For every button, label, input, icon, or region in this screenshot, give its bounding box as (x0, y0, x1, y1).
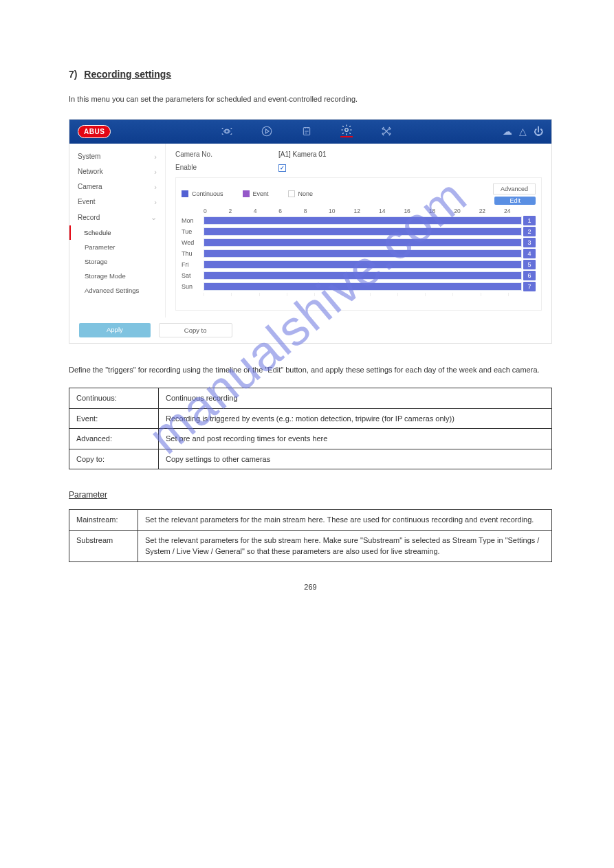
t2-r2c2: Set the relevant parameters for the sub … (138, 530, 552, 561)
t1-r2c1: Event: (69, 408, 159, 429)
sidebar-sub-parameter[interactable]: Parameter (69, 240, 165, 254)
header-status-icons: ☁ △ ⏻ (503, 126, 543, 137)
app-header: ABUS ☁ △ ⏻ (69, 120, 551, 144)
edit-button[interactable]: Edit (494, 197, 536, 205)
sidebar-sub-storage-mode[interactable]: Storage Mode (69, 269, 165, 283)
schedule-row-wed[interactable]: Wed3 (182, 238, 536, 247)
enable-checkbox[interactable]: ✓ (278, 164, 286, 172)
legend-event[interactable]: Event (243, 190, 269, 197)
page-number: 269 (69, 583, 552, 591)
sidebar-sub-schedule[interactable]: Schedule (69, 225, 165, 240)
triggers-table: Continuous:Continuous recording Event:Re… (69, 388, 552, 469)
sidebar-item-record[interactable]: Record (69, 210, 165, 225)
t2-r1c1: Mainstream: (69, 510, 138, 531)
t1-r4c2: Copy settings to other cameras (159, 449, 552, 469)
t2-r2c1: Substream (69, 530, 138, 561)
paragraph-1: Define the "triggers" for recording usin… (69, 364, 552, 376)
apply-button[interactable]: Apply (79, 323, 151, 337)
t1-r2c2: Recording is triggered by events (e.g.: … (159, 408, 552, 429)
advanced-button[interactable]: Advanced (493, 183, 536, 194)
cloud-icon[interactable]: ☁ (503, 126, 512, 137)
intro-paragraph: In this menu you can set the parameters … (69, 93, 552, 105)
legend-continuous[interactable]: Continuous (182, 190, 223, 197)
power-icon[interactable]: ⏻ (534, 126, 543, 137)
gear-icon[interactable] (340, 125, 353, 137)
t1-r3c2: Set pre and post recording times for eve… (159, 429, 552, 449)
settings-screenshot: ABUS ☁ △ ⏻ System Network Camera Event R… (69, 119, 552, 344)
svg-point-1 (262, 126, 272, 136)
camera-no-select[interactable]: [A1] Kamera 01 (278, 151, 542, 158)
abus-logo: ABUS (78, 125, 111, 138)
schedule-row-mon[interactable]: Mon1 (182, 216, 536, 225)
subsection-parameter: Parameter (69, 490, 552, 500)
t2-r1c2: Set the relevant parameters for the main… (138, 510, 552, 531)
sidebar-item-system[interactable]: System (69, 149, 165, 164)
svg-point-3 (345, 129, 349, 132)
section-number: 7) (69, 69, 77, 80)
copy-to-button[interactable]: Copy to (159, 323, 232, 337)
main-content-pane: Camera No. [A1] Kamera 01 Enable ✓ Conti… (166, 144, 551, 318)
section-title: Recording settings (84, 69, 171, 80)
schedule-row-sun[interactable]: Sun7 (182, 282, 536, 291)
camera-no-label: Camera No. (175, 151, 278, 158)
play-circle-icon[interactable] (261, 125, 273, 137)
schedule-row-sat[interactable]: Sat6 (182, 271, 536, 280)
svg-point-0 (226, 130, 229, 133)
sidebar-item-network[interactable]: Network (69, 164, 165, 179)
legend: Continuous Event None (182, 190, 313, 197)
schedule-row-tue[interactable]: Tue2 (182, 227, 536, 236)
t1-r1c1: Continuous: (69, 388, 159, 409)
tools-icon[interactable] (380, 125, 393, 137)
sidebar-sub-storage[interactable]: Storage (69, 254, 165, 269)
bell-icon[interactable]: △ (519, 126, 527, 137)
legend-none[interactable]: None (288, 190, 314, 197)
t1-r1c2: Continuous recording (159, 388, 552, 409)
t1-r3c1: Advanced: (69, 429, 159, 449)
schedule-row-fri[interactable]: Fri5 (182, 260, 536, 269)
schedule-row-thu[interactable]: Thu4 (182, 249, 536, 258)
schedule-container: Continuous Event None Advanced Edit 0 2 … (175, 177, 542, 311)
hours-axis: 0 2 4 6 8 10 12 14 16 18 20 22 24 (182, 208, 536, 214)
header-nav-icons (111, 125, 503, 137)
t1-r4c1: Copy to: (69, 449, 159, 469)
file-icon[interactable] (300, 125, 313, 137)
enable-label: Enable (175, 164, 278, 171)
sidebar-item-event[interactable]: Event (69, 194, 165, 210)
sidebar-item-camera[interactable]: Camera (69, 179, 165, 194)
settings-sidebar: System Network Camera Event Record Sched… (69, 144, 166, 318)
eye-icon[interactable] (221, 125, 233, 137)
parameter-table: Mainstream:Set the relevant parameters f… (69, 509, 552, 562)
sidebar-sub-advanced[interactable]: Advanced Settings (69, 283, 165, 298)
